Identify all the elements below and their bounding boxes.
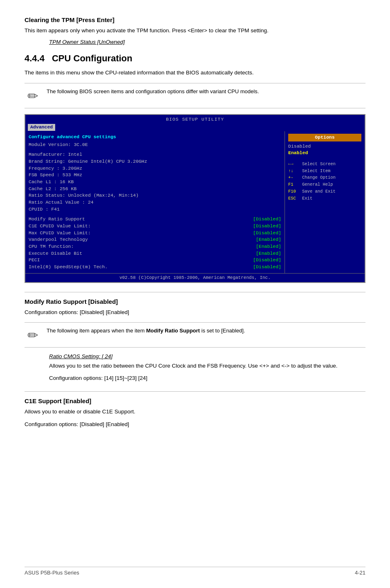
c1e-support-title: C1E Support [Enabled]	[25, 397, 365, 404]
bios-left-panel: Configure advanced CPU settings Module V…	[25, 131, 285, 273]
bios-cpu-info-block: Manufacturer: Intel Brand String: Genuin…	[29, 151, 281, 213]
bios-key-3: F1General Help	[288, 181, 361, 188]
bios-title: BIOS SETUP UTILITY	[25, 115, 365, 124]
bios-key-4: F10Save and Exit	[288, 188, 361, 195]
footer-right: 4-21	[355, 570, 365, 576]
ratio-cmos-link: Ratio CMOS Setting: [ 24]	[49, 353, 365, 359]
bios-left-header: Configure advanced CPU settings	[29, 134, 281, 141]
bios-option-disabled: Disabled	[288, 143, 361, 150]
cpu-info-3: FSB Speed : 533 MHz	[29, 172, 281, 179]
bios-setting-row-3: Vanderpool Technology[Enabled]	[29, 236, 281, 243]
modify-ratio-title: Modify Ratio Support [Disabled]	[25, 298, 365, 305]
bios-tab-advanced[interactable]: Advanced	[28, 124, 55, 131]
bios-options-title: Options	[288, 134, 361, 141]
bios-keys-block: ←→Select Screen↑↓Select Item+-Change Opt…	[288, 161, 361, 202]
cpu-info-4: Cache L1 : 16 KB	[29, 179, 281, 186]
note-pencil-icon: ✏	[25, 88, 41, 104]
bios-key-1: ↑↓Select Item	[288, 168, 361, 175]
bios-right-panel: Options Disabled Enabled ←→Select Screen…	[285, 131, 365, 273]
section-444: 4.4.4CPU Configuration The items in this…	[25, 53, 365, 283]
footer-left: ASUS P5B-Plus Series	[25, 570, 79, 576]
clearing-tpm-section: Clearing the TPM [Press Enter] This item…	[25, 16, 365, 45]
note-pre: The following item appears when the item	[47, 328, 146, 334]
bios-content: Configure advanced CPU settings Module V…	[25, 131, 365, 273]
note-text-cpu-models: The following BIOS screen items and conf…	[47, 88, 259, 96]
cpu-info-5: Cache L2 : 256 KB	[29, 186, 281, 193]
bios-settings-block: Modify Ratio Support[Disabled]C1E CPUID …	[29, 216, 281, 270]
cpu-info-1: Brand String: Genuine Intel(R) CPU 3.20G…	[29, 158, 281, 165]
note-post: is set to [Enabled].	[200, 328, 245, 334]
modify-ratio-section: Modify Ratio Support [Disabled] Configur…	[25, 298, 365, 383]
section-444-heading: 4.4.4CPU Configuration	[25, 53, 365, 64]
tpm-owner-status-link: TPM Owner Status [UnOwned]	[49, 39, 365, 45]
modify-ratio-config2: Configuration options: [14] [15]~[23] [2…	[49, 374, 365, 382]
bios-setting-row-4: CPU TM function:[Enabled]	[29, 243, 281, 250]
bios-option-enabled: Enabled	[288, 150, 361, 157]
clearing-tpm-body: This item appears only when you activate…	[25, 27, 365, 35]
bios-setting-row-1: C1E CPUID Value Limit:[Disabled]	[29, 223, 281, 230]
modify-ratio-config: Configuration options: [Disabled] [Enabl…	[25, 308, 365, 316]
bios-setting-row-7: Intel(R) SpeedStep(tm) Tech.[Disabled]	[29, 264, 281, 271]
bios-tab-bar: Advanced	[25, 123, 365, 131]
note-pencil-icon-2: ✏	[25, 328, 41, 343]
modify-ratio-body: Allows you to set the ratio between the …	[49, 362, 365, 370]
cpu-info-6: Ratio Status: Unlocked (Max:24, Min:14)	[29, 192, 281, 199]
bios-footer: v02.58 (C)Copyright 1985-2006, American …	[25, 273, 365, 282]
bios-key-2: +-Change Option	[288, 174, 361, 181]
cpu-info-7: Ratio Actual Value : 24	[29, 199, 281, 206]
c1e-support-config: Configuration options: [Disabled] [Enabl…	[25, 420, 365, 429]
note-box-cpu-models: ✏ The following BIOS screen items and co…	[25, 83, 365, 108]
bios-setting-row-5: Execute Disable Bit[Enabled]	[29, 250, 281, 257]
section-title-text: CPU Configuration	[52, 53, 132, 63]
bios-module-version: Module Version: 3C.0E	[29, 141, 281, 148]
bios-setting-row-2: Max CPUID Value Limit:[Disabled]	[29, 230, 281, 237]
bios-key-0: ←→Select Screen	[288, 161, 361, 168]
page-footer: ASUS P5B-Plus Series 4-21	[25, 567, 365, 576]
bios-setting-row-0: Modify Ratio Support[Disabled]	[29, 216, 281, 223]
note-bold: Modify Ratio Support	[146, 328, 200, 334]
cpu-info-0: Manufacturer: Intel	[29, 151, 281, 158]
divider-2	[25, 391, 365, 392]
bios-key-5: ESCExit	[288, 195, 361, 202]
c1e-support-section: C1E Support [Enabled] Allows you to enab…	[25, 397, 365, 429]
bios-screen: BIOS SETUP UTILITY Advanced Configure ad…	[25, 114, 365, 283]
cpu-info-2: Frequency : 3.20GHz	[29, 165, 281, 172]
cpu-info-8: CPUID : F41	[29, 206, 281, 213]
section-number: 4.4.4	[25, 53, 45, 63]
bios-setting-row-6: PECI[Disabled]	[29, 257, 281, 264]
note-text-modify-ratio: The following item appears when the item…	[47, 327, 245, 335]
section-444-intro: The items in this menu show the CPU-rela…	[25, 69, 365, 77]
c1e-support-body: Allows you to enable or disable C1E Supp…	[25, 408, 365, 416]
divider-1	[25, 292, 365, 292]
note-box-modify-ratio: ✏ The following item appears when the it…	[25, 322, 365, 348]
clearing-tpm-title: Clearing the TPM [Press Enter]	[25, 16, 365, 23]
